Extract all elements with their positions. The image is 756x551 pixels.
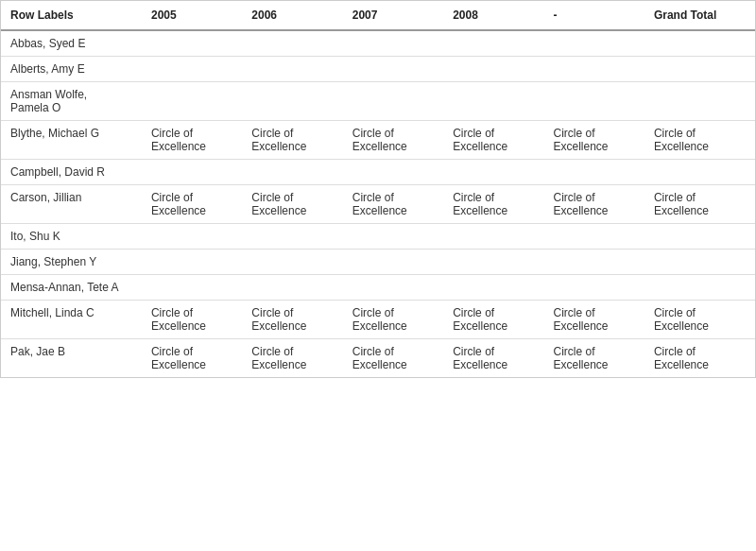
cell-dash: Circle ofExcellence	[544, 339, 644, 378]
cell-y2008	[443, 82, 543, 121]
table-row: Abbas, Syed E	[1, 30, 755, 57]
table-row: Blythe, Michael GCircle ofExcellenceCirc…	[1, 121, 755, 160]
cell-y2006	[242, 224, 342, 250]
cell-label: Campbell, David R	[1, 160, 142, 185]
table-row: Carson, JillianCircle ofExcellenceCircle…	[1, 185, 755, 224]
cell-dash	[544, 57, 644, 82]
table-row: Ansman Wolfe,Pamela O	[1, 82, 755, 121]
cell-label: Mensa-Annan, Tete A	[1, 275, 142, 301]
cell-dash: Circle ofExcellence	[544, 301, 644, 339]
cell-label: Ansman Wolfe,Pamela O	[1, 82, 142, 121]
cell-y2007	[343, 57, 443, 82]
cell-label: Blythe, Michael G	[1, 121, 142, 160]
table-row: Ito, Shu K	[1, 224, 755, 250]
cell-total	[644, 160, 755, 185]
cell-y2007	[343, 275, 443, 301]
cell-y2008	[443, 30, 543, 57]
col-header-total: Grand Total	[644, 1, 755, 30]
cell-y2007	[343, 82, 443, 121]
cell-y2008: Circle ofExcellence	[443, 121, 543, 160]
cell-y2008: Circle ofExcellence	[443, 301, 543, 339]
cell-y2005: Circle ofExcellence	[142, 121, 242, 160]
cell-total: Circle ofExcellence	[644, 301, 755, 339]
cell-label: Pak, Jae B	[1, 339, 142, 378]
cell-y2005	[142, 224, 242, 250]
cell-y2005	[142, 57, 242, 82]
col-header-label: Row Labels	[1, 1, 142, 30]
cell-y2006: Circle ofExcellence	[242, 185, 342, 224]
cell-y2006	[242, 160, 342, 185]
cell-y2005	[142, 250, 242, 275]
cell-total	[644, 57, 755, 82]
cell-total	[644, 30, 755, 57]
cell-dash: Circle ofExcellence	[544, 121, 644, 160]
table-row: Mensa-Annan, Tete A	[1, 275, 755, 301]
cell-dash	[544, 250, 644, 275]
cell-total	[644, 82, 755, 121]
header-row: Row Labels 2005 2006 2007 2008 - Grand T…	[1, 1, 755, 30]
cell-label: Alberts, Amy E	[1, 57, 142, 82]
cell-y2008	[443, 160, 543, 185]
cell-y2007	[343, 160, 443, 185]
cell-dash	[544, 224, 644, 250]
cell-total: Circle ofExcellence	[644, 121, 755, 160]
cell-y2007: Circle ofExcellence	[343, 301, 443, 339]
cell-label: Carson, Jillian	[1, 185, 142, 224]
pivot-table: Row Labels 2005 2006 2007 2008 - Grand T…	[0, 0, 756, 378]
table-row: Alberts, Amy E	[1, 57, 755, 82]
cell-y2008: Circle ofExcellence	[443, 185, 543, 224]
col-header-2008: 2008	[443, 1, 543, 30]
cell-label: Abbas, Syed E	[1, 30, 142, 57]
cell-total	[644, 275, 755, 301]
cell-y2006	[242, 30, 342, 57]
cell-y2007	[343, 250, 443, 275]
cell-dash	[544, 82, 644, 121]
table-row: Campbell, David R	[1, 160, 755, 185]
cell-total: Circle ofExcellence	[644, 339, 755, 378]
table-row: Jiang, Stephen Y	[1, 250, 755, 275]
cell-y2008	[443, 250, 543, 275]
cell-y2008: Circle ofExcellence	[443, 339, 543, 378]
cell-y2007	[343, 224, 443, 250]
cell-label: Jiang, Stephen Y	[1, 250, 142, 275]
cell-y2007: Circle ofExcellence	[343, 121, 443, 160]
cell-y2006	[242, 82, 342, 121]
cell-y2008	[443, 57, 543, 82]
cell-y2005	[142, 275, 242, 301]
cell-y2007	[343, 30, 443, 57]
table-row: Mitchell, Linda CCircle ofExcellenceCirc…	[1, 301, 755, 339]
cell-y2006: Circle ofExcellence	[242, 301, 342, 339]
cell-y2006	[242, 250, 342, 275]
col-header-dash: -	[544, 1, 644, 30]
col-header-2007: 2007	[343, 1, 443, 30]
cell-y2005: Circle ofExcellence	[142, 339, 242, 378]
cell-y2007: Circle ofExcellence	[343, 185, 443, 224]
cell-total	[644, 250, 755, 275]
cell-y2005	[142, 82, 242, 121]
cell-y2005: Circle ofExcellence	[142, 185, 242, 224]
cell-y2005: Circle ofExcellence	[142, 301, 242, 339]
cell-dash: Circle ofExcellence	[544, 185, 644, 224]
cell-y2006	[242, 57, 342, 82]
cell-dash	[544, 160, 644, 185]
cell-y2008	[443, 275, 543, 301]
cell-dash	[544, 30, 644, 57]
col-header-2006: 2006	[242, 1, 342, 30]
cell-y2006: Circle ofExcellence	[242, 121, 342, 160]
cell-y2005	[142, 30, 242, 57]
cell-y2006: Circle ofExcellence	[242, 339, 342, 378]
cell-y2006	[242, 275, 342, 301]
cell-label: Mitchell, Linda C	[1, 301, 142, 339]
cell-dash	[544, 275, 644, 301]
cell-y2008	[443, 224, 543, 250]
cell-total	[644, 224, 755, 250]
cell-y2007: Circle ofExcellence	[343, 339, 443, 378]
table-row: Pak, Jae BCircle ofExcellenceCircle ofEx…	[1, 339, 755, 378]
cell-y2005	[142, 160, 242, 185]
col-header-2005: 2005	[142, 1, 242, 30]
cell-label: Ito, Shu K	[1, 224, 142, 250]
cell-total: Circle ofExcellence	[644, 185, 755, 224]
